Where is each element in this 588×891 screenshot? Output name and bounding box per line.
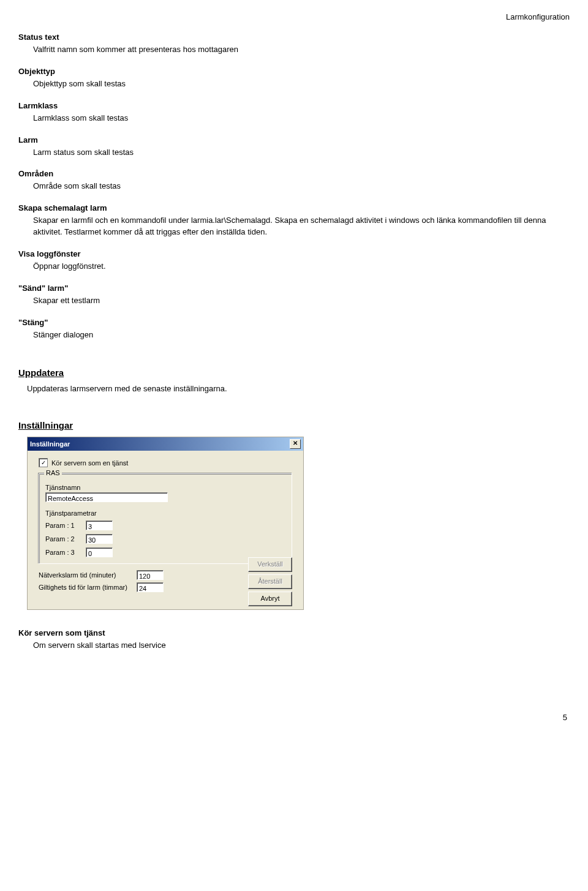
natverkslarm-input[interactable]: 120	[137, 570, 164, 580]
footer-section-title: Kör servern som tjänst	[18, 628, 570, 637]
section-title: Skapa schemalagt larm	[18, 203, 570, 212]
param3-label: Param : 3	[45, 549, 81, 556]
param-row-3: Param : 3 0	[45, 547, 285, 557]
footer-section-body: Om servern skall startas med lservice	[33, 640, 570, 652]
section-body: Valfritt namn som kommer att presenteras…	[33, 44, 570, 56]
section-body: Larm status som skall testas	[33, 147, 570, 159]
param3-input[interactable]: 0	[86, 547, 113, 557]
section-body: Stänger dialogen	[33, 329, 570, 341]
verkstall-button[interactable]: Verkställ	[248, 557, 292, 572]
section-title: Områden	[18, 169, 570, 178]
check-icon: ✓	[41, 460, 46, 466]
param2-input[interactable]: 30	[86, 534, 113, 544]
tjanstnamn-label: Tjänstnamn	[45, 484, 285, 491]
aterstall-button[interactable]: Återställ	[248, 574, 292, 589]
button-stack: Verkställ Återställ Avbryt	[248, 557, 292, 606]
section-body: Öppnar loggfönstret.	[33, 261, 570, 273]
section-title: Larmklass	[18, 101, 570, 110]
settings-dialog: Inställningar ✕ ✓ Kör servern som en tjä…	[27, 437, 304, 610]
giltighet-input[interactable]: 24	[137, 582, 164, 592]
section-title: "Stäng"	[18, 318, 570, 327]
dialog-titlebar: Inställningar ✕	[28, 437, 303, 451]
run-as-service-label: Kör servern som en tjänst	[51, 459, 128, 467]
page-number: 5	[18, 713, 570, 722]
section-title: Visa loggfönster	[18, 249, 570, 258]
run-as-service-row: ✓ Kör servern som en tjänst	[39, 458, 296, 467]
giltighet-label: Giltighets tid för larm (timmar)	[39, 584, 130, 591]
param-row-1: Param : 1 3	[45, 521, 285, 530]
avbryt-button[interactable]: Avbryt	[248, 592, 292, 606]
heading-installningar: Inställningar	[18, 420, 570, 430]
section-body: Skapar ett testlarm	[33, 295, 570, 307]
ras-group: RAS Tjänstnamn RemoteAccess Tjänstparame…	[39, 473, 292, 564]
section-body: Område som skall testas	[33, 181, 570, 192]
param1-label: Param : 1	[45, 522, 81, 529]
page-header: Larmkonfiguration	[18, 12, 570, 21]
tjanstparametrar-label: Tjänstparametrar	[45, 509, 285, 517]
close-button[interactable]: ✕	[290, 439, 301, 449]
section-title: Larm	[18, 135, 570, 145]
section-body: Skapar en larmfil och en kommandofil und…	[33, 215, 570, 238]
tjanstnamn-input[interactable]: RemoteAccess	[45, 492, 168, 502]
ras-group-title: RAS	[44, 469, 62, 476]
param-row-2: Param : 2 30	[45, 534, 285, 544]
param1-input[interactable]: 3	[86, 521, 113, 530]
section-body: Objekttyp som skall testas	[33, 78, 570, 90]
dialog-body: ✓ Kör servern som en tjänst RAS Tjänstna…	[28, 451, 303, 609]
section-title: Objekttyp	[18, 67, 570, 76]
param2-label: Param : 2	[45, 535, 81, 543]
section-title: "Sänd" larm"	[18, 284, 570, 293]
document-body: Status text Valfritt namn som kommer att…	[18, 32, 570, 652]
dialog-title: Inställningar	[30, 440, 70, 448]
heading-uppdatera: Uppdatera	[18, 367, 570, 378]
uppdatera-body: Uppdateras larmservern med de senaste in…	[27, 384, 570, 393]
run-as-service-checkbox[interactable]: ✓	[39, 458, 48, 467]
section-title: Status text	[18, 32, 570, 42]
natverkslarm-label: Nätverkslarm tid (minuter)	[39, 571, 130, 579]
close-icon: ✕	[293, 440, 298, 446]
section-body: Larmklass som skall testas	[33, 113, 570, 124]
